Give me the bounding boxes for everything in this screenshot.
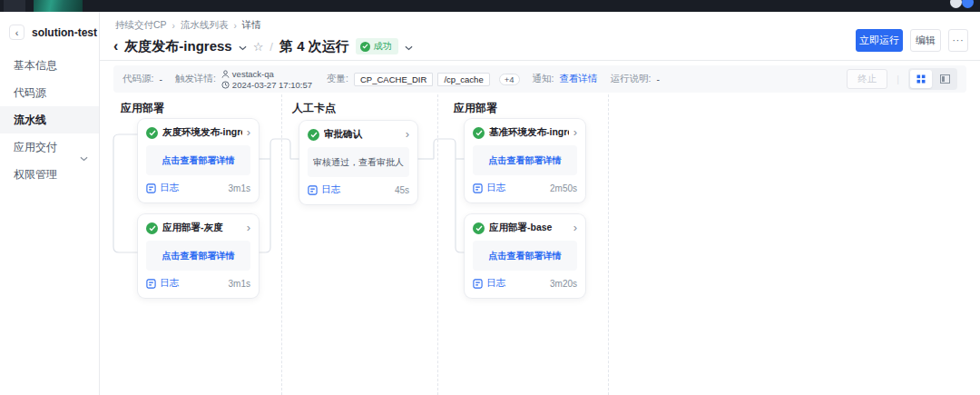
success-check-icon xyxy=(360,42,370,52)
task-card-header[interactable]: 灰度环境发布-ingress › xyxy=(146,126,250,139)
sidebar-back-button[interactable]: ‹ xyxy=(9,25,24,40)
success-check-icon xyxy=(308,129,319,141)
task-card-header[interactable]: 基准环境发布-ingress › xyxy=(473,126,577,139)
chevron-right-icon[interactable]: › xyxy=(573,222,577,233)
task-title: 审批确认 xyxy=(324,128,401,141)
pipeline-name-title[interactable]: 灰度发布-ingress xyxy=(124,38,231,55)
variable-key-chip: CP_CACHE_DIR xyxy=(354,73,433,86)
task-card-header[interactable]: 应用部署-灰度 › xyxy=(146,222,250,234)
status-badge: 成功 xyxy=(356,38,398,54)
sidebar-item-code-source[interactable]: 代码源 xyxy=(0,79,99,106)
task-card: 审批确认 › 审核通过，查看审批人 日志 45s xyxy=(299,121,417,204)
workspace-title: solution-test xyxy=(32,26,97,39)
approval-result-text: 审核通过，查看审批人 xyxy=(313,156,404,169)
trigger-label: 触发详情: xyxy=(175,73,216,85)
sidebar-item-basic-info[interactable]: 基本信息 xyxy=(0,52,99,79)
log-icon xyxy=(146,279,156,289)
success-check-icon xyxy=(146,222,158,234)
log-icon xyxy=(146,183,156,193)
stage-3-header: 应用部署 xyxy=(454,101,497,116)
stage-1-header: 应用部署 xyxy=(121,101,164,116)
note-value: - xyxy=(656,74,660,84)
stage-divider xyxy=(608,94,609,395)
favorite-star-icon[interactable]: ☆ xyxy=(253,40,264,54)
title-slash: / xyxy=(270,40,273,54)
pipeline-canvas: 应用部署 人工卡点 应用部署 灰度环境发布-ingress › 点击查看部署详情… xyxy=(100,94,980,395)
chevron-right-icon[interactable]: › xyxy=(573,127,577,138)
stage-divider xyxy=(281,94,282,395)
graph-view-button[interactable] xyxy=(910,70,932,88)
variables-more-badge[interactable]: +4 xyxy=(499,74,520,85)
controls-divider: | xyxy=(897,74,899,84)
sidebar-item-pipeline[interactable]: 流水线 xyxy=(0,106,99,133)
edit-button[interactable]: 编辑 xyxy=(910,29,941,52)
sidebar-item-app-delivery[interactable]: 应用交付 xyxy=(0,133,99,161)
log-link[interactable]: 日志 xyxy=(473,277,505,290)
task-duration: 3m20s xyxy=(550,279,577,289)
notify-detail-link[interactable]: 查看详情 xyxy=(559,73,597,85)
view-mode-switch xyxy=(908,68,957,90)
brand-logo-image xyxy=(34,0,83,12)
breadcrumb-separator-icon: › xyxy=(233,21,236,31)
run-now-button[interactable]: 立即运行 xyxy=(856,29,903,52)
chevron-right-icon[interactable]: › xyxy=(247,222,250,233)
menu-tile[interactable] xyxy=(4,0,25,12)
breadcrumb: 持续交付CP › 流水线列表 › 详情 xyxy=(115,19,261,32)
pipeline-switch-chevron-icon[interactable] xyxy=(239,38,247,54)
log-icon xyxy=(473,183,483,193)
task-card-header[interactable]: 应用部署-base › xyxy=(473,222,577,234)
log-link[interactable]: 日志 xyxy=(146,277,179,290)
deploy-detail-link[interactable]: 点击查看部署详情 xyxy=(162,154,235,167)
task-duration: 45s xyxy=(395,185,409,195)
run-info-bar: 代码源: - 触发详情: vestack-qa 2024-03-27 17:10… xyxy=(113,65,966,93)
breadcrumb-item-pipeline-list[interactable]: 流水线列表 xyxy=(181,19,229,32)
grid-view-icon xyxy=(916,74,926,84)
task-card: 应用部署-base › 点击查看部署详情 日志 3m20s xyxy=(465,214,585,298)
breadcrumb-item-cp[interactable]: 持续交付CP xyxy=(115,19,167,32)
breadcrumb-item-detail: 详情 xyxy=(242,19,261,32)
page-back-icon[interactable]: ‹ xyxy=(113,37,118,55)
user-avatar-icon[interactable] xyxy=(962,0,974,8)
sidebar: ‹ solution-test 基本信息 代码源 流水线 应用交付 权限管理 xyxy=(0,12,100,395)
chevron-right-icon[interactable]: › xyxy=(406,129,409,140)
deploy-detail-link[interactable]: 点击查看部署详情 xyxy=(489,250,562,262)
task-card: 灰度环境发布-ingress › 点击查看部署详情 日志 3m1s xyxy=(138,119,259,202)
task-title: 基准环境发布-ingress xyxy=(489,126,569,139)
task-title: 灰度环境发布-ingress xyxy=(162,126,242,139)
source-label: 代码源: xyxy=(122,73,153,85)
log-link[interactable]: 日志 xyxy=(308,183,340,196)
stage-2-header: 人工卡点 xyxy=(292,101,336,116)
note-label: 运行说明: xyxy=(610,73,651,85)
deploy-detail-link[interactable]: 点击查看部署详情 xyxy=(489,154,562,167)
log-link[interactable]: 日志 xyxy=(473,182,505,194)
more-actions-button[interactable]: ··· xyxy=(948,29,968,52)
run-switch-chevron-icon[interactable] xyxy=(405,38,413,54)
task-card: 基准环境发布-ingress › 点击查看部署详情 日志 2m50s xyxy=(465,119,585,202)
list-view-button[interactable] xyxy=(934,70,956,88)
task-title: 应用部署-base xyxy=(489,222,569,234)
header-divider xyxy=(100,60,980,61)
task-duration: 3m1s xyxy=(229,279,250,289)
chevron-right-icon[interactable]: › xyxy=(247,127,250,138)
success-check-icon xyxy=(473,127,485,139)
task-card-header[interactable]: 审批确认 › xyxy=(308,128,409,141)
clock-icon xyxy=(221,81,230,89)
task-title: 应用部署-灰度 xyxy=(162,222,242,234)
task-duration: 3m1s xyxy=(229,183,250,193)
deploy-detail-link[interactable]: 点击查看部署详情 xyxy=(162,250,235,262)
trigger-user: vestack-qa xyxy=(232,69,274,79)
log-icon xyxy=(308,185,318,195)
back-chevron-icon: ‹ xyxy=(15,27,19,38)
notify-label: 通知: xyxy=(533,73,554,85)
variable-value-chip: /cp_cache xyxy=(437,73,489,86)
task-card: 应用部署-灰度 › 点击查看部署详情 日志 3m1s xyxy=(138,214,259,298)
sidebar-item-permissions[interactable]: 权限管理 xyxy=(0,161,99,188)
log-link[interactable]: 日志 xyxy=(146,182,179,194)
board-view-icon xyxy=(940,74,950,84)
source-value: - xyxy=(159,74,162,84)
user-icon xyxy=(221,70,230,78)
run-title: 第 4 次运行 xyxy=(279,38,349,55)
stop-button[interactable]: 终止 xyxy=(847,69,887,89)
trigger-time: 2024-03-27 17:10:57 xyxy=(232,80,312,90)
notification-avatar-icon[interactable] xyxy=(950,0,962,8)
